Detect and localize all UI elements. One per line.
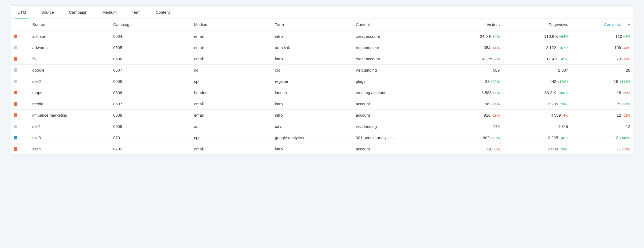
cell-swatch bbox=[11, 87, 30, 98]
cell-medium: header bbox=[191, 87, 272, 98]
cell-term: launch bbox=[272, 87, 353, 98]
cell-pageviews: 2 690+33% bbox=[502, 143, 571, 155]
cell-term: cro bbox=[272, 65, 353, 76]
cell-visitors: 589 bbox=[440, 65, 502, 76]
delta: +46% bbox=[559, 136, 568, 140]
table-row[interactable]: adwords0505emailauth.linkreg.complete354… bbox=[11, 42, 633, 53]
col-medium[interactable]: Medium bbox=[191, 18, 272, 31]
cell-source: maps bbox=[30, 87, 111, 98]
cell-campaign: 0504 bbox=[111, 31, 191, 42]
col-content[interactable]: Content bbox=[353, 18, 440, 31]
cell-pageviews: 2 387 bbox=[502, 65, 571, 76]
cell-swatch bbox=[11, 143, 30, 155]
col-conversions-label: Conversi… bbox=[604, 22, 624, 27]
cell-campaign: 0505 bbox=[111, 42, 191, 53]
cell-campaign: 0701 bbox=[111, 132, 191, 143]
cell-source: media bbox=[30, 98, 111, 110]
cell-medium: cpc bbox=[191, 132, 272, 143]
tab-medium[interactable]: Medium bbox=[100, 6, 119, 18]
cell-term: intro bbox=[272, 53, 353, 65]
delta: +42% bbox=[559, 57, 568, 61]
cell-campaign: 0507 bbox=[111, 65, 191, 76]
col-term[interactable]: Term bbox=[272, 18, 353, 31]
cell-term: intro bbox=[272, 143, 353, 155]
cell-visitors: 6 583+1% bbox=[440, 87, 502, 98]
table-row[interactable]: site40702emailintroaccount710-3%2 690+33… bbox=[11, 143, 633, 155]
cell-campaign: 0607 bbox=[111, 98, 191, 110]
cell-swatch bbox=[11, 121, 30, 132]
tab-term[interactable]: Term bbox=[130, 6, 143, 18]
cell-source: site1 bbox=[30, 121, 111, 132]
col-campaign[interactable]: Campaign bbox=[111, 18, 191, 31]
tab-utm[interactable]: UTM bbox=[15, 6, 28, 18]
cell-visitors: 175 bbox=[440, 121, 502, 132]
delta: -44% bbox=[622, 46, 630, 50]
cell-term: google analytics bbox=[272, 132, 353, 143]
col-source[interactable]: Source bbox=[30, 18, 111, 31]
cell-swatch bbox=[11, 98, 30, 110]
tab-content[interactable]: Content bbox=[153, 6, 172, 18]
utm-table: Source Campaign Medium Term Content Visi… bbox=[11, 18, 633, 154]
cell-term: cms bbox=[272, 121, 353, 132]
tab-campaign[interactable]: Campaign bbox=[67, 6, 89, 18]
delta: -44% bbox=[492, 46, 500, 50]
col-visitors[interactable]: Visitors bbox=[440, 18, 502, 31]
cell-swatch bbox=[11, 132, 30, 143]
color-swatch bbox=[14, 91, 17, 94]
table-row[interactable]: site10609adcmsvisit.landing1751 34512 bbox=[11, 121, 633, 132]
delta: -3% bbox=[493, 147, 500, 151]
table-row[interactable]: site30701cpcgoogle analytics001.google.a… bbox=[11, 132, 633, 143]
table-row[interactable]: maps0606headerlaunchcreating.account6 58… bbox=[11, 87, 633, 98]
cell-visitors: 24.0 K+4% bbox=[440, 31, 502, 42]
cell-content: account bbox=[353, 98, 440, 110]
tab-source[interactable]: Source bbox=[39, 6, 56, 18]
cell-visitors: 909+28% bbox=[440, 132, 502, 143]
table-row[interactable]: site20508cplregisterplugin33+22%442+12k%… bbox=[11, 76, 633, 87]
table-row[interactable]: google0507adcrovisit.landing5892 38728 bbox=[11, 65, 633, 76]
table-row[interactable]: fb0506emailintrocreat.account4 175-2%17.… bbox=[11, 53, 633, 65]
cell-conversions: 12-52% bbox=[571, 110, 633, 121]
cell-swatch bbox=[11, 31, 30, 42]
cell-visitors: 354-44% bbox=[440, 42, 502, 53]
cell-content: 001.google.analytics bbox=[353, 132, 440, 143]
analytics-panel: UTMSourceCampaignMediumTermContent Sourc… bbox=[11, 5, 633, 155]
cell-medium: cpl bbox=[191, 76, 272, 87]
cell-pageviews: 116.8 K+64% bbox=[502, 31, 571, 42]
cell-content: creat.account bbox=[353, 31, 440, 42]
cell-content: creat.account bbox=[353, 53, 440, 65]
table-row[interactable]: media0607emailintroaccount563+4%2 235+50… bbox=[11, 98, 633, 110]
cell-medium: email bbox=[191, 98, 272, 110]
cell-swatch bbox=[11, 76, 30, 87]
cell-source: fb bbox=[30, 53, 111, 65]
delta: +4% bbox=[493, 35, 500, 39]
color-swatch bbox=[14, 80, 17, 83]
table-row[interactable]: influence marketing0608emailintroaccount… bbox=[11, 110, 633, 121]
cell-content: creating.account bbox=[353, 87, 440, 98]
delta: +140% bbox=[619, 136, 630, 140]
col-pageviews[interactable]: Pageviews bbox=[502, 18, 571, 31]
cell-swatch bbox=[11, 42, 30, 53]
cell-pageviews: 2 235+50% bbox=[502, 98, 571, 110]
cell-pageviews: 17.4 K+42% bbox=[502, 53, 571, 65]
cell-medium: email bbox=[191, 53, 272, 65]
cell-term: register bbox=[272, 76, 353, 87]
cell-medium: email bbox=[191, 42, 272, 53]
cell-source: google bbox=[30, 65, 111, 76]
delta: +36% bbox=[621, 102, 630, 106]
cell-source: site4 bbox=[30, 143, 111, 155]
col-conversions[interactable]: Conversi… ▼ bbox=[571, 18, 633, 31]
cell-conversions: 12 bbox=[571, 121, 633, 132]
table-header-row: Source Campaign Medium Term Content Visi… bbox=[11, 18, 633, 31]
cell-campaign: 0506 bbox=[111, 53, 191, 65]
delta: +107% bbox=[557, 46, 568, 50]
cell-campaign: 0702 bbox=[111, 143, 191, 155]
table-body: affiliate0504emailintrocreat.account24.0… bbox=[11, 31, 633, 155]
table-row[interactable]: affiliate0504emailintrocreat.account24.0… bbox=[11, 31, 633, 42]
delta: +100% bbox=[557, 91, 568, 95]
cell-medium: email bbox=[191, 31, 272, 42]
cell-medium: ad bbox=[191, 65, 272, 76]
delta: -52% bbox=[622, 113, 630, 117]
sort-desc-icon: ▼ bbox=[628, 24, 630, 27]
cell-term: auth.link bbox=[272, 42, 353, 53]
cell-content: plugin bbox=[353, 76, 440, 87]
